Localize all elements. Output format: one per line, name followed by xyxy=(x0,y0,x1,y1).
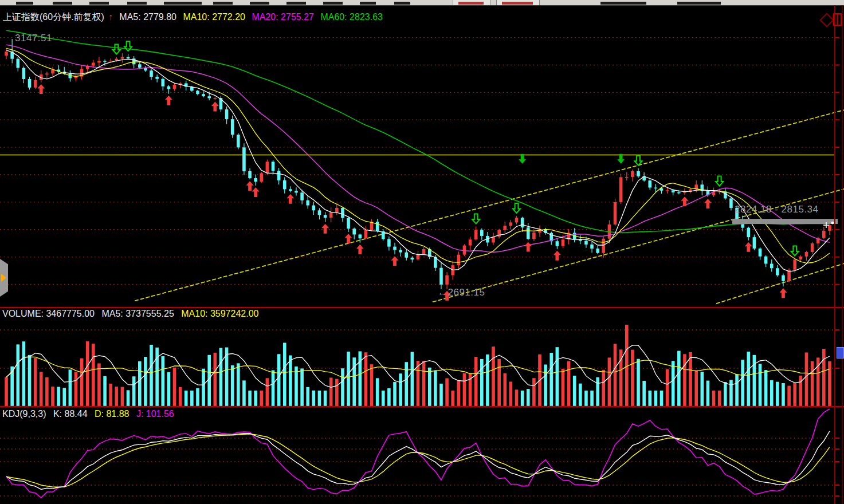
high-price-label: 3147.51 xyxy=(15,33,52,44)
volume-ma5-label: MA5: 3737555.25 xyxy=(101,309,174,318)
trend-up-icon: ↑ xyxy=(108,12,113,22)
expand-sidebar-button[interactable] xyxy=(0,259,8,297)
price-band-label: 2824.18 - 2815.34 xyxy=(735,204,819,215)
main-chart-header: 上证指数(60分钟.前复权)↑ MA5: 2779.80 MA10: 2772.… xyxy=(3,11,387,23)
kdj-j-label: J: 101.56 xyxy=(136,409,174,419)
right-arrow-icon xyxy=(1,274,6,282)
low-price-label: ←2691.15 xyxy=(438,287,485,298)
ma20-label: MA20: 2755.27 xyxy=(252,12,314,22)
symbol-title: 上证指数(60分钟.前复权) xyxy=(3,12,104,22)
chart-tool-icons xyxy=(821,14,841,27)
ma10-label: MA10: 2772.20 xyxy=(183,12,245,22)
volume-header: VOLUME: 3467775.00 MA5: 3737555.25 MA10:… xyxy=(2,309,263,319)
trading-app-window: { "menu_bar": {"note": "top menu bar cli… xyxy=(0,0,844,504)
kdj-title: KDJ(9,3,3) xyxy=(2,409,46,419)
ma5-label: MA5: 2779.80 xyxy=(119,12,176,22)
volume-value-label: VOLUME: 3467775.00 xyxy=(2,309,95,318)
kdj-k-label: K: 88.44 xyxy=(53,409,88,419)
scroll-right-button[interactable] xyxy=(837,347,844,359)
kdj-d-label: D: 81.88 xyxy=(95,409,129,419)
diamond-icon xyxy=(821,14,834,27)
chart-canvas[interactable] xyxy=(0,0,844,504)
kdj-header: KDJ(9,3,3) K: 88.44 D: 81.88 J: 101.56 xyxy=(2,409,179,419)
volume-ma10-label: MA10: 3597242.00 xyxy=(181,309,258,318)
ma60-label: MA60: 2823.63 xyxy=(320,12,383,22)
